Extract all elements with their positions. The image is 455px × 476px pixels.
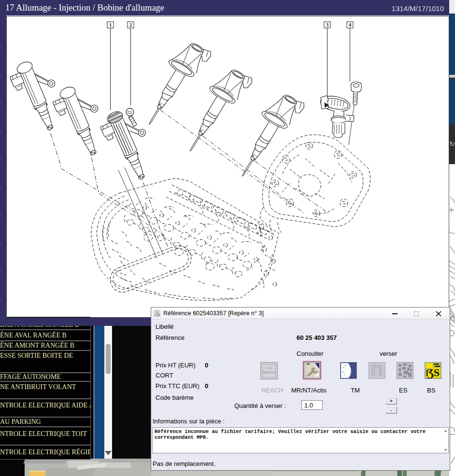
svg-text:3: 3 bbox=[326, 22, 328, 28]
svg-text:4: 4 bbox=[349, 22, 352, 28]
svg-text:REACH: REACH bbox=[263, 371, 275, 374]
svg-text:1: 1 bbox=[109, 22, 112, 28]
svg-text:2: 2 bbox=[129, 22, 132, 28]
svg-text:ƷS: ƷS bbox=[427, 366, 440, 378]
svg-text:1976: 1976 bbox=[266, 367, 272, 370]
